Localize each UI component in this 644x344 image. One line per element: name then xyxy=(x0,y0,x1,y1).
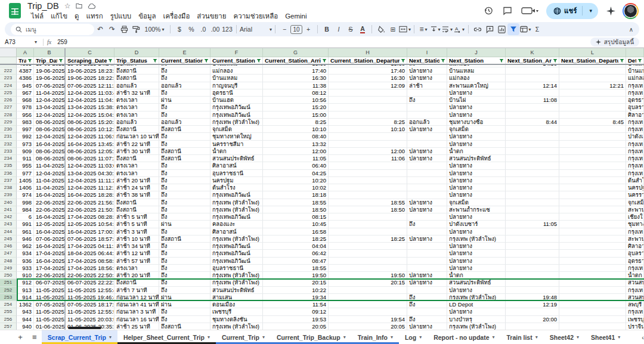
filter-funnel-icon[interactable] xyxy=(151,58,157,63)
merge-cells-button[interactable]: ▾ xyxy=(399,23,411,35)
cell[interactable]: ล่าช้า 24 นาที xyxy=(114,184,159,191)
cell[interactable]: ปลายทาง xyxy=(447,308,506,315)
cell[interactable]: ล่าช้า 38 นาที xyxy=(114,191,159,199)
cell[interactable]: ถึง xyxy=(159,184,210,191)
cell[interactable]: ถึง xyxy=(407,221,447,228)
filter-funnel-icon[interactable] xyxy=(321,58,327,63)
column-header[interactable]: Next_Station_Arrival_1 xyxy=(506,57,559,64)
cell[interactable]: 997 xyxy=(17,126,34,133)
cell[interactable]: 20:15 xyxy=(329,279,407,286)
cell[interactable] xyxy=(559,111,626,119)
cell[interactable]: ปลายทาง xyxy=(447,265,506,272)
row-number[interactable]: 246 xyxy=(0,243,17,250)
cell[interactable] xyxy=(506,235,559,243)
cell[interactable]: 18:25 xyxy=(329,235,407,243)
cell[interactable]: สวนสน xyxy=(626,294,644,301)
cell[interactable] xyxy=(506,287,559,294)
cell[interactable]: กรุงเทพอภิวัฒน์ xyxy=(210,213,263,221)
cell[interactable]: ปลายทาง xyxy=(407,279,447,286)
column-header[interactable]: Trip_Date xyxy=(34,57,66,64)
cell[interactable]: 07-06-2025 xyxy=(34,235,66,243)
cell[interactable]: ถึง xyxy=(159,287,210,294)
cell[interactable]: 08:47 xyxy=(263,258,329,265)
cell[interactable]: 11-05-2025 xyxy=(34,316,66,323)
redo-button[interactable]: ↷ xyxy=(106,23,118,35)
cell[interactable]: ถึง xyxy=(159,279,210,286)
cell[interactable]: 01-06-2025 xyxy=(34,323,66,330)
cell[interactable]: กรุงเท xyxy=(626,287,644,294)
star-icon[interactable]: ☆ xyxy=(64,2,71,10)
column-letter-B[interactable]: B xyxy=(34,48,66,57)
vertical-align-button[interactable]: ▾ xyxy=(429,23,441,35)
cell[interactable]: 10:56 xyxy=(263,97,329,104)
cell[interactable]: กรุงเทพอภิวัฒน์ xyxy=(210,111,263,119)
cell[interactable]: กรุงเทพ (หัวลำโพง) xyxy=(210,199,263,206)
insert-chart-button[interactable] xyxy=(496,23,507,35)
cell[interactable] xyxy=(329,213,407,221)
cell[interactable]: ถึงสถานี xyxy=(159,148,210,155)
tab-menu-caret[interactable]: ▾ xyxy=(493,334,495,340)
cell[interactable]: ล่าช้า 20 นาที xyxy=(114,272,159,279)
horizontal-align-button[interactable]: ≡▾ xyxy=(417,23,429,35)
cell[interactable]: 19-06-2025 xyxy=(34,75,66,82)
account-avatar[interactable] xyxy=(623,4,638,18)
cell[interactable]: 16:30 xyxy=(263,75,329,82)
cell[interactable] xyxy=(329,287,407,294)
cell[interactable] xyxy=(329,265,407,272)
tab-menu-caret[interactable]: ▾ xyxy=(208,334,210,340)
cell[interactable]: 11-05-2025 20:03:53 xyxy=(66,316,114,323)
cell[interactable] xyxy=(506,133,559,140)
cell[interactable]: 11:05 xyxy=(263,155,329,162)
cell[interactable]: 10:10 xyxy=(329,126,407,133)
cell[interactable]: ปลายทาง xyxy=(407,235,447,243)
cell[interactable]: 16-04-2025 xyxy=(34,141,66,148)
cell[interactable]: ก่อนเวลา 16 นาที xyxy=(114,316,159,323)
cell[interactable]: 909 xyxy=(17,148,34,155)
text-color-button[interactable]: A xyxy=(357,23,369,35)
cell[interactable]: กรุงเทพอภิวัฒน์ xyxy=(210,243,263,250)
cell[interactable]: บ้านแฮด xyxy=(210,97,263,104)
menu-ส่วนขยาย[interactable]: ส่วนขยาย xyxy=(193,12,230,21)
cell[interactable]: 17-04-2025 04:11:13 xyxy=(66,243,114,250)
cell[interactable]: แม่กลอง xyxy=(210,67,263,75)
cell[interactable]: ถึง xyxy=(159,272,210,279)
cell[interactable]: 1362 xyxy=(17,301,34,308)
sheet-tab-Helper_Sheet_Current_Trip[interactable]: Helper_Sheet_Current_Trip▾ xyxy=(117,330,216,344)
cell[interactable] xyxy=(329,141,407,148)
fill-color-button[interactable] xyxy=(375,23,387,35)
cell[interactable]: 944 xyxy=(17,316,34,323)
cell[interactable]: ชุมทางบางซื่อ xyxy=(447,119,506,126)
cell[interactable]: 12:00 xyxy=(329,148,407,155)
all-sheets-button[interactable]: ≡ xyxy=(27,330,42,344)
cell[interactable]: ออกแล้ว xyxy=(159,119,210,126)
cell[interactable] xyxy=(559,323,626,330)
sheet-tab-Train list[interactable]: Train list▾ xyxy=(501,330,544,344)
cell[interactable]: กรุงเท xyxy=(626,155,644,162)
row-number[interactable]: 230 xyxy=(0,126,17,133)
row-number[interactable]: 226 xyxy=(0,97,17,104)
filter-funnel-icon[interactable] xyxy=(552,58,558,63)
cell[interactable]: 17:40 xyxy=(329,67,407,75)
cell[interactable]: ศิลาอา xyxy=(626,111,644,119)
cell[interactable]: ถึง xyxy=(159,206,210,213)
zoom-select[interactable]: 100%▾ xyxy=(142,23,167,35)
cell[interactable]: 11-05-2025 xyxy=(34,308,66,315)
row-number[interactable]: 237 xyxy=(0,177,17,184)
cell[interactable] xyxy=(329,184,407,191)
cell[interactable]: 22-06-2025 xyxy=(34,206,66,213)
cell[interactable] xyxy=(559,235,626,243)
cell[interactable]: ปลายทาง xyxy=(407,67,447,75)
functions-button[interactable]: Σ xyxy=(531,23,543,35)
cell[interactable]: ปลายทาง xyxy=(407,126,447,133)
select-all-corner[interactable] xyxy=(0,48,17,57)
cell[interactable]: ปาดังเบซาร์ xyxy=(447,221,506,228)
cell[interactable]: 13-04-2025 15:38:14 xyxy=(66,104,114,111)
column-header[interactable]: Current_Station_Stat xyxy=(159,57,210,64)
cell[interactable]: 983 xyxy=(17,119,34,126)
cell[interactable]: 18:25 xyxy=(263,235,329,243)
cell[interactable]: กรุงเทพอภิวัฒน์ xyxy=(210,258,263,265)
cell[interactable] xyxy=(559,191,626,199)
cell[interactable]: 15:00 xyxy=(263,111,329,119)
cell[interactable]: กรุงเท xyxy=(626,82,644,89)
cell[interactable] xyxy=(559,213,626,221)
